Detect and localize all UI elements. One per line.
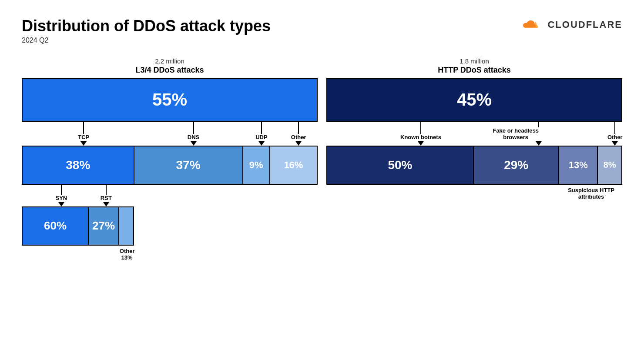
bar-dns-label: 37% bbox=[176, 158, 201, 172]
right-connector-arrows: Known botnets Fake or headlessbrowsers O… bbox=[326, 122, 622, 146]
page-subtitle: 2024 Q2 bbox=[22, 37, 271, 44]
bar-suspicious-label: 13% bbox=[569, 160, 588, 171]
bar-udp: 9% bbox=[243, 146, 270, 184]
bar-known-botnets-label: 50% bbox=[388, 158, 412, 172]
arrow-dns: DNS bbox=[188, 122, 199, 146]
chart-container: 2.2 million L3/4 DDoS attacks 55% TCP DN… bbox=[22, 57, 622, 261]
label-fake-browsers: Fake or headlessbrowsers bbox=[493, 127, 539, 140]
bar-tcp-other bbox=[119, 207, 134, 245]
tcp-other-bottom-label: Other13% bbox=[120, 248, 134, 261]
left-panel-label: L3/4 DDoS attacks bbox=[22, 66, 318, 75]
arrow-known-botnets: Known botnets bbox=[400, 122, 441, 146]
tcp-third-row-wrapper: 60% 27% bbox=[22, 206, 134, 246]
bar-suspicious: 13% bbox=[559, 146, 598, 184]
tcp-connector-arrows: SYN RST bbox=[22, 185, 134, 206]
bar-syn: 60% bbox=[23, 207, 89, 245]
right-panel-header: 1.8 million HTTP DDoS attacks bbox=[326, 57, 622, 75]
left-top-bar: 55% bbox=[22, 78, 318, 122]
logo: CLOUDFLARE bbox=[521, 17, 622, 32]
left-top-percent: 55% bbox=[152, 90, 187, 110]
bar-tcp-label: 38% bbox=[66, 158, 90, 172]
left-second-row: 38% 37% 9% 16% bbox=[22, 146, 318, 185]
bar-rst-label: 27% bbox=[92, 219, 115, 233]
label-known-botnets: Known botnets bbox=[400, 134, 441, 140]
title-block: Distribution of DDoS attack types 2024 Q… bbox=[22, 17, 271, 44]
right-panel-count: 1.8 million bbox=[326, 57, 622, 65]
bar-other-l34: 16% bbox=[270, 146, 317, 184]
right-second-row: 50% 29% 13% 8% bbox=[326, 146, 622, 185]
right-top-bar: 45% bbox=[326, 78, 622, 122]
label-other-http: Other bbox=[607, 134, 623, 140]
tcp-other-label-wrapper: Other13% bbox=[22, 246, 134, 261]
bar-rst: 27% bbox=[89, 207, 119, 245]
label-udp: UDP bbox=[255, 134, 267, 140]
left-connector-arrows: TCP DNS UDP Other bbox=[22, 122, 318, 146]
bar-other-l34-label: 16% bbox=[284, 160, 303, 171]
left-panel-header: 2.2 million L3/4 DDoS attacks bbox=[22, 57, 318, 75]
label-other-l34: Other bbox=[291, 134, 306, 140]
arrow-other-l34: Other bbox=[291, 122, 306, 146]
arrow-rst: RST bbox=[101, 185, 112, 206]
arrow-other-http: Other bbox=[607, 122, 623, 146]
bar-udp-label: 9% bbox=[249, 160, 263, 171]
label-syn: SYN bbox=[56, 195, 67, 201]
bar-syn-label: 60% bbox=[44, 219, 67, 233]
left-panel: 2.2 million L3/4 DDoS attacks 55% TCP DN… bbox=[22, 57, 318, 261]
page-title: Distribution of DDoS attack types bbox=[22, 17, 271, 35]
label-dns: DNS bbox=[188, 134, 199, 140]
label-tcp: TCP bbox=[78, 134, 89, 140]
right-panel: 1.8 million HTTP DDoS attacks 45% Known … bbox=[326, 57, 622, 261]
page-header: Distribution of DDoS attack types 2024 Q… bbox=[22, 17, 622, 44]
bar-tcp: 38% bbox=[23, 146, 134, 184]
bar-known-botnets: 50% bbox=[327, 146, 474, 184]
arrow-udp: UDP bbox=[255, 122, 267, 146]
bar-fake-browsers-label: 29% bbox=[504, 158, 528, 172]
right-panel-label: HTTP DDoS attacks bbox=[326, 66, 622, 75]
suspicious-label-row: Suspicious HTTPattributes bbox=[326, 185, 622, 200]
arrow-syn: SYN bbox=[56, 185, 67, 206]
cloudflare-logo-icon bbox=[521, 17, 543, 32]
tcp-breakdown-row: 60% 27% bbox=[22, 206, 134, 246]
cloudflare-logo-text: CLOUDFLARE bbox=[547, 19, 622, 30]
suspicious-http-label: Suspicious HTTPattributes bbox=[560, 187, 622, 200]
arrow-fake-browsers: Fake or headlessbrowsers bbox=[516, 122, 562, 146]
label-rst: RST bbox=[101, 195, 112, 201]
arrow-tcp: TCP bbox=[78, 122, 89, 146]
bar-http-other-label: 8% bbox=[604, 160, 616, 170]
bar-fake-browsers: 29% bbox=[474, 146, 559, 184]
bar-http-other: 8% bbox=[598, 146, 621, 184]
bar-dns: 37% bbox=[134, 146, 243, 184]
right-top-percent: 45% bbox=[457, 90, 492, 110]
left-panel-count: 2.2 million bbox=[22, 57, 318, 65]
